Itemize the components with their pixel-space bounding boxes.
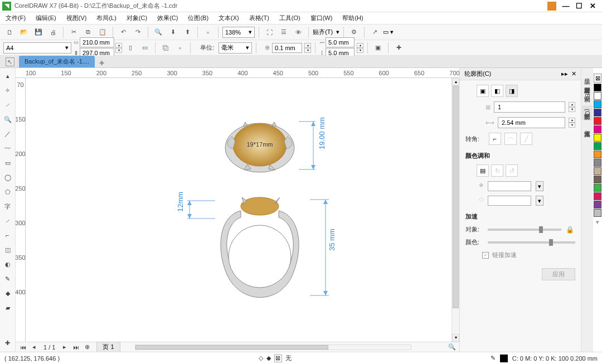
color-swatch[interactable] <box>594 167 601 175</box>
portrait-icon[interactable]: ▯ <box>124 42 137 54</box>
menu-effects[interactable]: 效果(C) <box>155 13 180 23</box>
document-tab[interactable]: Backup_of_未命名 -1.... <box>19 56 95 67</box>
no-color-swatch[interactable]: ⊠ <box>594 74 601 82</box>
close-button[interactable]: ✕ <box>589 2 596 10</box>
blend-tab[interactable]: 调和(B) <box>582 88 593 103</box>
page-tab-1[interactable]: 页 1 <box>96 342 120 352</box>
page-add-button[interactable]: ⊕ <box>83 343 91 351</box>
polygon-tool-icon[interactable]: ⬠ <box>2 186 13 197</box>
contour-offset-input[interactable]: 2.54 mm <box>498 117 565 128</box>
round-corner-icon[interactable]: ◠ <box>504 133 517 145</box>
menu-layout[interactable]: 布局(L) <box>94 13 118 23</box>
horizontal-scrollbar[interactable] <box>135 344 411 350</box>
import-icon[interactable]: ⬇ <box>167 26 179 38</box>
crop-tool-icon[interactable]: ⟋ <box>2 99 13 110</box>
freehand-tool-icon[interactable]: ／ <box>2 128 13 139</box>
contour-to-center-icon[interactable]: ▣ <box>477 85 489 97</box>
nudge-input[interactable]: 0.1 mm <box>272 43 302 53</box>
page-prev-button[interactable]: ◂ <box>30 343 38 351</box>
minimize-button[interactable]: — <box>562 2 570 10</box>
ccw-blend-icon[interactable]: ↺ <box>506 164 518 177</box>
menu-window[interactable]: 窗口(W) <box>308 13 335 23</box>
color-swatch[interactable] <box>594 84 601 91</box>
page-size-select[interactable]: A4▾ <box>3 42 71 54</box>
dup-x-input[interactable]: 5.0 mm <box>326 37 355 47</box>
artistic-media-icon[interactable]: 〰 <box>2 143 13 154</box>
menu-bitmap[interactable]: 位图(B) <box>186 13 211 23</box>
page-next-button[interactable]: ▸ <box>61 343 69 351</box>
add-preset-icon[interactable]: ✚ <box>392 42 405 54</box>
color-swatch[interactable] <box>594 134 601 142</box>
color-swatch[interactable] <box>594 151 601 158</box>
launch-icon[interactable]: ↗ <box>368 26 381 38</box>
rulers-icon[interactable]: ☰ <box>278 26 290 38</box>
text-properties-tab[interactable]: 文本属性 <box>582 123 593 129</box>
page-last-button[interactable]: ⏭ <box>72 343 80 351</box>
rectangle-tool-icon[interactable]: ▭ <box>2 157 13 168</box>
fill-color-dropdown[interactable]: ▾ <box>536 196 543 206</box>
menu-file[interactable]: 文件(F) <box>3 13 28 23</box>
search-icon[interactable]: 🔍 <box>152 26 164 38</box>
lock-icon[interactable]: 🔒 <box>566 226 574 234</box>
pick-tool-icon[interactable]: ▴ <box>2 70 13 81</box>
bevel-corner-icon[interactable]: ╱ <box>520 133 532 145</box>
shape-tool-icon[interactable]: ✧ <box>2 85 13 96</box>
color-swatch[interactable] <box>594 184 601 192</box>
open-icon[interactable]: 📂 <box>18 26 30 38</box>
docker-close-icon[interactable]: ✕ <box>571 70 576 77</box>
outline-color-swatch[interactable] <box>488 181 531 191</box>
menu-text[interactable]: 文本(X) <box>216 13 241 23</box>
color-swatch[interactable] <box>594 176 601 183</box>
canvas[interactable]: 19*17mm 19.00 mm <box>26 78 452 342</box>
transparency-icon[interactable]: ◐ <box>2 259 13 270</box>
color-accel-slider[interactable] <box>488 241 575 244</box>
palette-scroll-down-icon[interactable]: ▾ <box>596 219 599 226</box>
contour-outside-icon[interactable]: ◨ <box>506 85 518 97</box>
color-swatch[interactable] <box>594 142 601 150</box>
apply-button[interactable]: 应用 <box>542 268 575 280</box>
redo-icon[interactable]: ↷ <box>132 26 144 38</box>
cut-icon[interactable]: ✂ <box>67 26 80 38</box>
color-swatch[interactable] <box>594 92 601 100</box>
nav-zoom-icon[interactable]: 🔍 <box>448 343 456 351</box>
zoom-select[interactable]: 138%▾ <box>222 27 255 38</box>
menu-edit[interactable]: 编辑(E) <box>33 13 59 23</box>
cw-blend-icon[interactable]: ↻ <box>491 164 503 177</box>
user-icon[interactable] <box>547 2 556 11</box>
menu-table[interactable]: 表格(T) <box>247 13 271 23</box>
object-manager-tab[interactable]: 对象管理器 <box>582 79 593 86</box>
outline-color-dropdown[interactable]: ▾ <box>536 181 543 191</box>
current-page-icon[interactable]: ▫ <box>174 42 186 54</box>
landscape-icon[interactable]: ▭ <box>139 42 151 54</box>
export-icon[interactable]: ⬆ <box>181 26 193 38</box>
color-swatch[interactable] <box>594 209 601 217</box>
miter-corner-icon[interactable]: ⌐ <box>489 133 501 145</box>
unit-select[interactable]: 毫米▾ <box>219 42 252 54</box>
fill-color-swatch[interactable] <box>488 196 531 206</box>
menu-help[interactable]: 帮助(H) <box>340 13 365 23</box>
color-swatch[interactable] <box>594 117 601 125</box>
link-accel-checkbox[interactable]: ✓链接加速 <box>482 251 575 259</box>
options-icon[interactable]: ⚙ <box>348 26 360 38</box>
contour-inside-icon[interactable]: ◧ <box>491 85 503 97</box>
color-swatch[interactable] <box>594 109 601 117</box>
all-pages-icon[interactable]: ⿻ <box>159 42 172 54</box>
undo-icon[interactable]: ↶ <box>117 26 129 38</box>
text-tool-icon[interactable]: 字 <box>2 201 13 212</box>
vertical-scrollbar[interactable]: ▴ ▾ <box>452 78 459 342</box>
fill-indicator-icon[interactable]: ◇ <box>259 355 263 362</box>
quick-customize-icon[interactable]: ✚ <box>2 337 13 348</box>
new-tab-button[interactable]: ✚ <box>97 59 106 67</box>
copy-icon[interactable]: ⧉ <box>82 26 94 38</box>
fullscreen-icon[interactable]: ⛶ <box>263 26 275 38</box>
contour-steps-input[interactable]: 1 <box>494 101 565 113</box>
color-swatch[interactable] <box>594 201 601 208</box>
snap-dropdown[interactable]: 贴齐(T)▾ <box>313 28 339 36</box>
page-width-input[interactable]: 210.0 mm <box>80 37 114 47</box>
publish-pdf-icon[interactable]: ▫ <box>202 26 214 38</box>
fill-indicator-icon2[interactable]: ◆ <box>266 355 271 362</box>
docker-menu-icon[interactable]: ▸▸ <box>561 70 568 77</box>
layout-dropdown[interactable]: ▭ ▾ <box>383 28 394 36</box>
page-first-button[interactable]: ⏮ <box>19 343 27 351</box>
ellipse-tool-icon[interactable]: ◯ <box>2 172 13 183</box>
